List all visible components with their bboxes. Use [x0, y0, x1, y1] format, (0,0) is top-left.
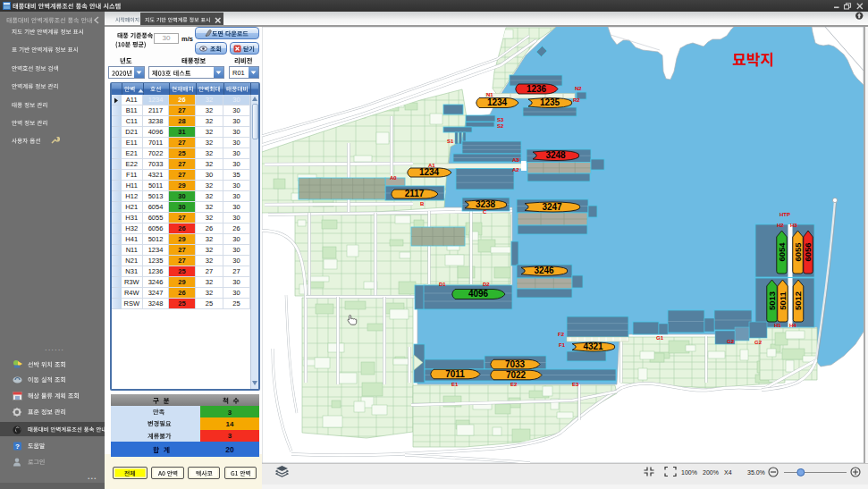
svg-text:B: B: [420, 201, 425, 207]
svg-text:D2: D2: [483, 282, 490, 287]
svg-text:N2: N2: [575, 86, 582, 91]
svg-text:1235: 1235: [540, 97, 560, 107]
svg-text:3238: 3238: [476, 199, 496, 209]
svg-text:6056: 6056: [803, 242, 813, 261]
svg-text:5013: 5013: [767, 291, 777, 310]
svg-text:7033: 7033: [505, 359, 526, 369]
svg-text:6054: 6054: [777, 242, 787, 262]
svg-text:5011: 5011: [778, 291, 788, 309]
svg-text:1236: 1236: [527, 84, 547, 94]
svg-text:4096: 4096: [468, 289, 489, 299]
svg-text:?: ?: [15, 443, 20, 451]
svg-text:C: C: [483, 209, 487, 215]
svg-text:E3: E3: [572, 382, 579, 387]
svg-text:3247: 3247: [542, 202, 562, 212]
svg-text:F2: F2: [558, 332, 565, 337]
svg-text:S3: S3: [497, 117, 504, 122]
svg-text:7011: 7011: [445, 369, 465, 379]
svg-text:H3: H3: [790, 223, 797, 228]
svg-text:1234: 1234: [419, 167, 440, 177]
svg-text:E1: E1: [451, 382, 459, 387]
svg-text:A0: A0: [390, 175, 397, 181]
svg-text:F1: F1: [559, 342, 566, 348]
svg-text:1234: 1234: [487, 97, 508, 107]
svg-text:2117: 2117: [405, 189, 425, 198]
svg-text:S2: S2: [497, 123, 504, 129]
svg-text:A1: A1: [428, 163, 435, 168]
svg-text:A3: A3: [512, 157, 519, 163]
svg-text:E2: E2: [510, 382, 518, 387]
svg-text:R2: R2: [573, 97, 580, 103]
svg-text:7022: 7022: [506, 370, 527, 380]
svg-text:H4: H4: [789, 323, 796, 328]
svg-text:G2: G2: [727, 339, 735, 344]
svg-text:D1: D1: [439, 282, 446, 287]
svg-text:H1: H1: [774, 323, 781, 328]
svg-text:S1: S1: [447, 139, 454, 144]
svg-text:G2: G2: [754, 340, 763, 345]
svg-text:HTP: HTP: [780, 212, 790, 217]
svg-text:N1: N1: [486, 92, 493, 97]
svg-text:A2: A2: [512, 167, 519, 173]
svg-text:4321: 4321: [583, 341, 603, 351]
svg-text:H2: H2: [777, 223, 784, 228]
svg-text:G1: G1: [656, 335, 664, 341]
svg-text:6055: 6055: [793, 242, 803, 262]
svg-text:3246: 3246: [534, 266, 554, 275]
svg-text:5012: 5012: [793, 291, 803, 310]
svg-text:3248: 3248: [545, 150, 566, 160]
